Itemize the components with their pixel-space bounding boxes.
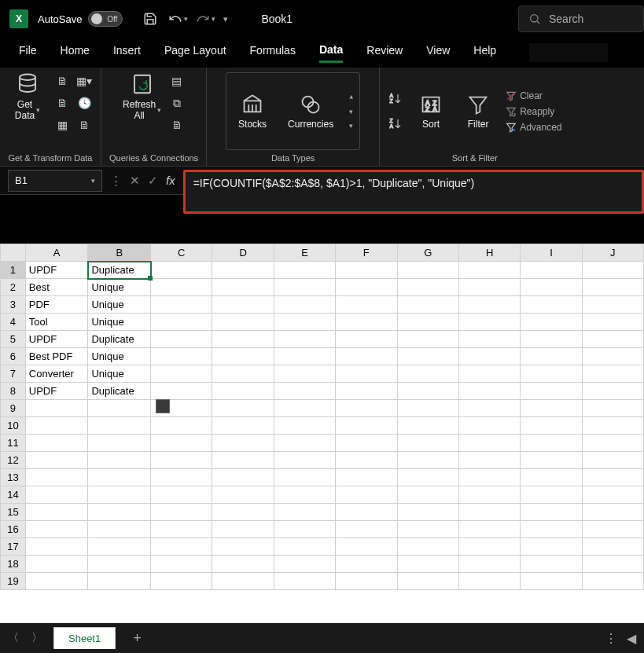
cell[interactable]: Duplicate	[88, 383, 151, 400]
cell[interactable]	[397, 486, 458, 504]
cell[interactable]: UPDF	[25, 262, 88, 279]
cell[interactable]	[521, 365, 582, 383]
cell[interactable]	[212, 262, 274, 279]
row-header[interactable]: 3	[1, 296, 26, 314]
cell[interactable]	[151, 486, 212, 504]
cell[interactable]	[274, 400, 335, 417]
cell[interactable]	[274, 452, 335, 469]
cell[interactable]	[458, 486, 520, 504]
cell[interactable]	[151, 262, 212, 279]
tab-data[interactable]: Data	[319, 43, 343, 63]
cell[interactable]	[212, 383, 274, 400]
cell[interactable]	[88, 486, 151, 504]
cell[interactable]	[458, 348, 520, 365]
cell[interactable]	[336, 417, 397, 435]
column-header[interactable]: E	[274, 244, 335, 262]
cell[interactable]	[336, 452, 397, 469]
cell[interactable]	[397, 469, 458, 486]
cell[interactable]	[397, 573, 458, 590]
cell[interactable]	[521, 383, 582, 400]
cell[interactable]	[397, 331, 458, 348]
cell[interactable]	[521, 504, 582, 521]
cell[interactable]	[212, 504, 274, 521]
cell[interactable]	[582, 452, 643, 469]
cell[interactable]	[274, 521, 335, 538]
cell[interactable]	[458, 383, 520, 400]
cell[interactable]	[397, 556, 458, 573]
cell[interactable]	[521, 538, 582, 556]
cell[interactable]	[336, 538, 397, 556]
cell[interactable]	[582, 314, 643, 331]
cell[interactable]	[151, 469, 212, 486]
row-header[interactable]: 13	[1, 469, 26, 486]
cell[interactable]: Unique	[88, 296, 151, 314]
tab-formulas[interactable]: Formulas	[250, 44, 296, 61]
cell[interactable]	[336, 469, 397, 486]
properties-icon[interactable]: ⧉	[168, 94, 186, 112]
cell[interactable]	[25, 400, 88, 417]
row-header[interactable]: 12	[1, 452, 26, 469]
cell[interactable]	[521, 573, 582, 590]
column-header[interactable]: B	[88, 244, 151, 262]
cell[interactable]	[458, 331, 520, 348]
cell[interactable]	[521, 435, 582, 452]
cell[interactable]	[336, 296, 397, 314]
cell[interactable]: Unique	[88, 365, 151, 383]
cell[interactable]	[274, 486, 335, 504]
cell[interactable]: Converter	[25, 365, 88, 383]
cell[interactable]: Best	[25, 279, 88, 296]
cell[interactable]	[25, 417, 88, 435]
cell[interactable]	[274, 262, 335, 279]
cell[interactable]	[521, 486, 582, 504]
cell[interactable]	[458, 469, 520, 486]
cell[interactable]	[521, 469, 582, 486]
row-header[interactable]: 11	[1, 435, 26, 452]
cell[interactable]	[458, 573, 520, 590]
cell[interactable]	[274, 538, 335, 556]
cell[interactable]	[151, 573, 212, 590]
cell[interactable]	[458, 365, 520, 383]
cell[interactable]	[521, 400, 582, 417]
sort-asc-icon[interactable]: AZ	[388, 92, 403, 106]
cell[interactable]	[274, 365, 335, 383]
cell[interactable]	[212, 452, 274, 469]
spreadsheet[interactable]: ABCDEFGHIJ1UPDFDuplicate2BestUnique3PDFU…	[0, 244, 644, 623]
cell[interactable]	[336, 365, 397, 383]
cell[interactable]	[521, 452, 582, 469]
row-header[interactable]: 18	[1, 556, 26, 573]
row-header[interactable]: 16	[1, 521, 26, 538]
cell[interactable]	[151, 348, 212, 365]
row-header[interactable]: 1	[1, 262, 26, 279]
column-header[interactable]: I	[521, 244, 582, 262]
cell[interactable]	[25, 504, 88, 521]
tab-view[interactable]: View	[426, 44, 450, 61]
cell[interactable]	[212, 538, 274, 556]
cell[interactable]: PDF	[25, 296, 88, 314]
tab-insert[interactable]: Insert	[113, 44, 141, 61]
cell[interactable]: Unique	[88, 348, 151, 365]
row-header[interactable]: 5	[1, 331, 26, 348]
cell[interactable]	[582, 469, 643, 486]
get-data-button[interactable]: Get Data ▾	[8, 72, 47, 121]
cell[interactable]	[88, 504, 151, 521]
search-input[interactable]: Search	[518, 6, 644, 32]
cell[interactable]	[274, 435, 335, 452]
cell[interactable]	[274, 556, 335, 573]
cell[interactable]	[274, 331, 335, 348]
cell[interactable]	[274, 504, 335, 521]
cell[interactable]	[458, 521, 520, 538]
more-icon[interactable]: ⋮	[605, 631, 617, 646]
cell[interactable]	[25, 486, 88, 504]
cell[interactable]	[336, 486, 397, 504]
cell[interactable]	[25, 556, 88, 573]
cell[interactable]	[88, 573, 151, 590]
clear-filter-button[interactable]: Clear	[506, 90, 561, 101]
cell[interactable]	[25, 435, 88, 452]
undo-button[interactable]: ▾	[168, 12, 188, 26]
grid[interactable]: ABCDEFGHIJ1UPDFDuplicate2BestUnique3PDFU…	[0, 244, 644, 590]
cell[interactable]	[88, 538, 151, 556]
cell[interactable]	[582, 556, 643, 573]
cell[interactable]	[397, 435, 458, 452]
from-picture-icon[interactable]: 🗎	[75, 116, 93, 134]
cell[interactable]	[336, 331, 397, 348]
